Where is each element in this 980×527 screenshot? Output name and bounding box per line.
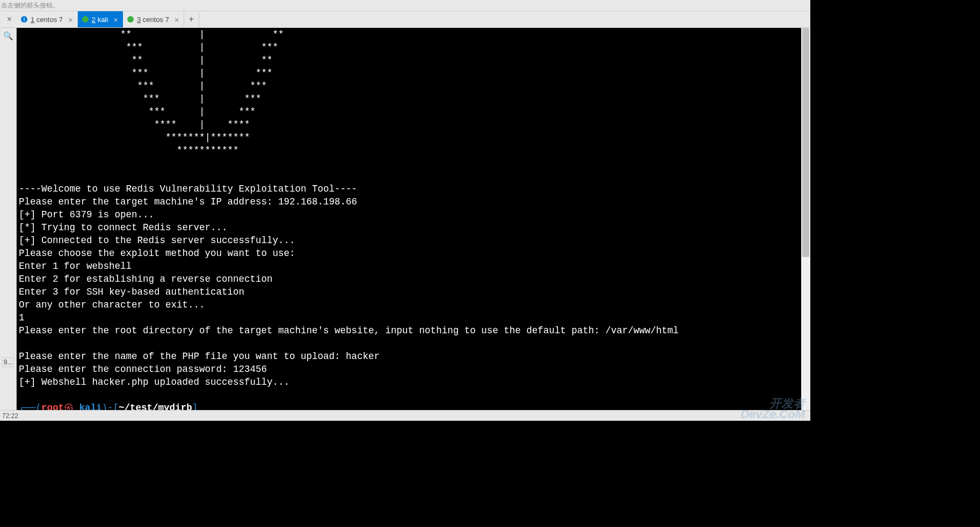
search-icon[interactable]: 🔍 (2, 30, 14, 42)
prompt-line-1: ┌──(root㉿ kali)-[~/test/mydirb] (19, 401, 808, 410)
cursor-position: 72:22 (2, 412, 18, 420)
close-icon[interactable]: × (172, 15, 179, 24)
vertical-scrollbar[interactable] (801, 28, 810, 410)
sidebar-bottom-label[interactable]: 9... (2, 357, 14, 367)
plus-icon: + (189, 14, 194, 24)
status-dot-icon (127, 16, 134, 23)
tab-label: 3 centos 7 (137, 16, 169, 24)
terminal-output[interactable]: ** | ** *** | *** ** | ** *** | *** *** (17, 28, 810, 410)
tab-bar-left-margin: × (0, 11, 17, 27)
info-icon: ! (21, 16, 27, 23)
close-icon[interactable]: × (111, 15, 118, 24)
terminal-log: ----Welcome to use Redis Vulnerability E… (19, 184, 679, 387)
tab-label: 1 centos 7 (31, 16, 63, 24)
new-tab-button[interactable]: + (184, 12, 199, 27)
ascii-banner: ** | ** *** | *** ** | ** *** | *** *** (19, 28, 808, 157)
tab-kali[interactable]: 2 kali × (78, 11, 123, 27)
tab-bar: × ! 1 centos 7 × 2 kali × 3 centos 7 × + (0, 11, 810, 28)
tab-centos7-3[interactable]: 3 centos 7 × (123, 11, 184, 27)
status-dot-icon (82, 16, 89, 23)
title-hint: 击左侧的箭头按钮。 (1, 2, 59, 9)
close-icon[interactable]: × (5, 14, 12, 24)
status-bar: 72:22 (0, 410, 810, 421)
close-icon[interactable]: × (66, 15, 73, 24)
main-area: 🔍 9... ** | ** *** | *** ** | ** *** | (0, 28, 810, 410)
tab-label: 2 kali (92, 16, 108, 24)
title-bar: 击左侧的箭头按钮。 (0, 0, 810, 11)
tab-centos7-1[interactable]: ! 1 centos 7 × (17, 11, 78, 27)
left-sidebar: 🔍 9... (0, 28, 17, 410)
scrollbar-thumb[interactable] (802, 28, 809, 257)
